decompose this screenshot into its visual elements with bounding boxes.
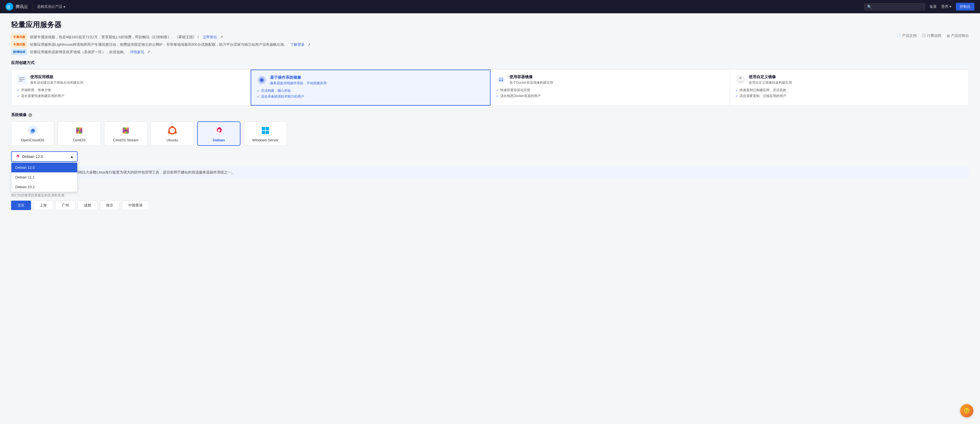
header-right: 🔍 备案 墨秀 ▾ 控制台	[864, 3, 974, 11]
promo-item-0: 专属优惠 搭建专属游戏服，热卖4核16G低至72元/月，更享最低1.6折续费，即…	[11, 34, 969, 40]
promo-item-1: 专属优惠 轻量应用服务器Lighthouse跨境电商用户专属优惠活动，免费提供固…	[11, 41, 969, 48]
system-image-section: 系统镜像 i OpenCloudOS	[11, 113, 969, 179]
ubuntu-name: Ubuntu	[167, 138, 178, 142]
creation-check-1-0: ✓灵活构建，随心所欲	[257, 88, 485, 93]
console-icon: ⊞	[947, 34, 950, 38]
debian-name: Debian	[213, 138, 224, 142]
debian-icon	[213, 125, 224, 136]
svg-text:云: 云	[6, 5, 11, 9]
billing-link[interactable]: ⓘ 计费说明	[922, 33, 941, 38]
version-dropdown-list: Debian 12.0 Debian 11.1 Debian 10.2	[11, 163, 78, 192]
svg-rect-11	[500, 80, 501, 81]
system-image-info-icon[interactable]: i	[28, 113, 32, 117]
creation-card-container-header: 使用容器镜像 基于Docker容器镜像构建应用	[496, 75, 724, 85]
promo-list: 专属优惠 搭建专属游戏服，热卖4核16G低至72元/月，更享最低1.6折续费，即…	[11, 34, 969, 55]
console-link[interactable]: ⊞ 产品控制台	[947, 33, 969, 38]
promo-link-1[interactable]: 了解更多	[290, 42, 305, 47]
region-card-nanjing[interactable]: 南京	[100, 201, 120, 210]
nav-chevron-icon: ▾	[64, 5, 65, 9]
svg-point-8	[260, 79, 263, 81]
region-card-chengdu[interactable]: 成都	[78, 201, 97, 210]
promo-ext-icon-1: ↗	[307, 42, 310, 46]
top-links: 📄 产品文档 ⓘ 计费说明 ⊞ 产品控制台	[897, 33, 969, 38]
os-card-centos[interactable]: CentOS	[57, 121, 101, 146]
svg-point-21	[171, 126, 173, 128]
os-card-windows-server[interactable]: Windows Server	[244, 121, 287, 146]
option-label-2: Debian 10.2	[15, 185, 35, 189]
promo-text-1: 轻量应用服务器Lighthouse跨境电商用户专属优惠活动，免费提供固定独立的公…	[30, 42, 288, 47]
svg-rect-12	[502, 80, 503, 81]
creation-card-template[interactable]: 使用应用模板 服务器创建后基于模板自动构建应用 ✓开箱即用，简单方便 ✓适合需要…	[11, 70, 251, 105]
promo-ext-icon-0: ↗	[220, 35, 223, 39]
centos-name: CentOS	[73, 138, 86, 142]
promo-item-2: 新增地域 轻量应用服务器新增圣保罗地域（圣保罗一区），欢迎选购。 详情参见 ↗	[11, 49, 969, 55]
windows-server-name: Windows Server	[252, 138, 278, 142]
creation-cards: 使用应用模板 服务器创建后基于模板自动构建应用 ✓开箱即用，简单方便 ✓适合需要…	[11, 69, 969, 106]
os-info-box: Debian是一款著名的Linux发行版，它拥有比大多数Linux发行版更为强大…	[11, 166, 969, 179]
option-label-1: Debian 11.1	[15, 175, 35, 179]
version-dropdown-trigger[interactable]: Debian 12.0 ▲	[11, 151, 78, 162]
option-label-0: Debian 12.0	[15, 166, 35, 170]
os-card-debian[interactable]: Debian	[197, 121, 240, 146]
creation-check-1-1: ✓适合具备较强技术能力的用户	[257, 94, 485, 99]
logo[interactable]: 云 腾讯云	[6, 3, 28, 11]
creation-method-title: 应用创建方式	[11, 61, 969, 65]
promo-tag-2: 新增地域	[11, 49, 27, 55]
dropdown-chevron-up-icon: ▲	[70, 155, 74, 159]
svg-point-18	[125, 130, 127, 131]
creation-card-custom[interactable]: 使用自定义镜像 使用自定义镜像快速构建应用 ✓快速复制已构建应用，灵活高效 ✓适…	[730, 70, 969, 105]
promo-tag-1: 专属优惠	[11, 41, 27, 48]
region-title: 地域 i	[11, 184, 969, 189]
dropdown-option-debian-12[interactable]: Debian 12.0	[11, 163, 77, 172]
region-card-guangzhou[interactable]: 广州	[56, 201, 75, 210]
creation-card-os-header: 基于操作系统镜像 服务器提供纯操作系统，手动搭建应用	[257, 75, 485, 86]
region-card-beijing[interactable]: 北京	[11, 201, 31, 210]
nav-other-products[interactable]: 选购其他云产品 ▾	[37, 4, 65, 9]
os-cards: OpenCloudOS CentOS	[11, 121, 969, 146]
os-icon	[257, 75, 267, 85]
custom-icon	[735, 75, 745, 84]
region-card-shanghai[interactable]: 上海	[33, 201, 53, 210]
system-image-title: 系统镜像 i	[11, 113, 969, 118]
main-content: 📄 产品文档 ⓘ 计费说明 ⊞ 产品控制台 轻量应用服务器 专属优惠 搭建专属游…	[0, 13, 980, 424]
svg-rect-9	[498, 78, 504, 82]
promo-ext-icon-2: ↗	[147, 50, 150, 54]
dropdown-option-debian-10[interactable]: Debian 10.2	[11, 182, 77, 192]
creation-card-container[interactable]: 使用容器镜像 基于Docker容器镜像构建应用 ✓快速部署容器化应用 ✓适合熟悉…	[490, 70, 730, 105]
svg-point-23	[175, 131, 177, 134]
search-box[interactable]: 🔍	[864, 3, 925, 10]
console-button[interactable]: 控制台	[956, 3, 974, 11]
svg-rect-3	[19, 77, 25, 78]
dropdown-option-debian-11[interactable]: Debian 11.1	[11, 172, 77, 182]
os-card-centos-stream[interactable]: CentOS Stream	[104, 121, 147, 146]
dropdown-debian-icon	[15, 154, 20, 159]
version-dropdown-wrapper: Debian 12.0 ▲ Debian 12.0 Debian 11.1 De…	[11, 151, 78, 162]
promo-link-2[interactable]: 详情参见	[130, 49, 144, 54]
os-card-ubuntu[interactable]: Ubuntu	[151, 121, 194, 146]
promo-text-0: 搭建专属游戏服，热卖4核16G低至72元/月，更享最低1.6折续费，即刻畅玩《幻…	[30, 35, 200, 40]
region-card-hongkong[interactable]: 中国香港	[122, 201, 149, 210]
creation-check-0-1: ✓适合需要快速构建应用的用户	[17, 94, 245, 98]
svg-rect-29	[266, 131, 269, 134]
promo-tag-0: 专属优惠	[11, 34, 27, 40]
promo-link-0[interactable]: 立即前往	[203, 35, 217, 40]
logo-icon: 云	[6, 3, 13, 11]
customer-service-button[interactable]: 😊	[960, 404, 974, 418]
region-recommendation-text: 我们为您推荐距离最近的亚洲和美洲	[11, 193, 969, 198]
dropdown-selected-label: Debian 12.0	[22, 155, 43, 159]
creation-card-os[interactable]: 基于操作系统镜像 服务器提供纯操作系统，手动搭建应用 ✓灵活构建，随心所欲 ✓适…	[251, 70, 491, 105]
creation-card-template-header: 使用应用模板 服务器创建后基于模板自动构建应用	[17, 75, 245, 85]
logo-text: 腾讯云	[16, 4, 28, 10]
creation-method-section: 应用创建方式 使用应用模板 服务器创建后基于模板自动构建应用 ✓开箱即用，简单方…	[11, 61, 969, 106]
doc-link[interactable]: 📄 产品文档	[897, 33, 916, 38]
centos-icon	[74, 125, 84, 136]
header-link-beian[interactable]: 备案	[929, 4, 937, 9]
promo-text-2: 轻量应用服务器新增圣保罗地域（圣保罗一区），欢迎选购。	[30, 49, 127, 54]
creation-check-3-1: ✓适合需要复制、迁移应用的用户	[735, 94, 963, 98]
header-link-moxiu[interactable]: 墨秀 ▾	[941, 4, 951, 9]
svg-rect-10	[499, 77, 503, 79]
svg-rect-4	[19, 79, 25, 80]
creation-check-0-0: ✓开箱即用，简单方便	[17, 88, 245, 92]
svg-point-24	[214, 126, 224, 135]
os-card-opencloudos[interactable]: OpenCloudOS	[11, 121, 54, 146]
